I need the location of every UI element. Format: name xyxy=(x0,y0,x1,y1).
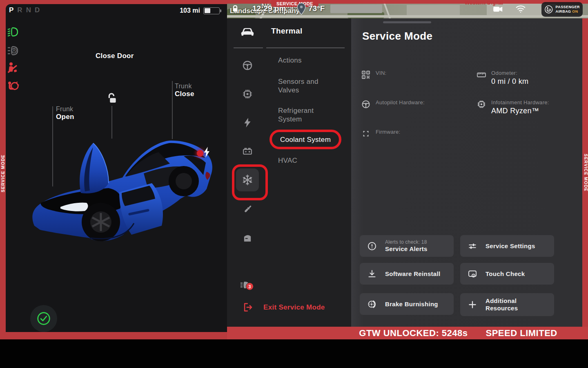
thermal-category-icon[interactable] xyxy=(236,168,259,191)
trunk-state[interactable]: Close xyxy=(175,90,194,98)
chip-category-icon[interactable] xyxy=(242,88,253,100)
seatbelt-warning-icon xyxy=(6,61,19,74)
airbag-person-icon xyxy=(544,4,553,15)
dock: ‹ 66 › ♪ ♫ i ‹ › xyxy=(0,339,588,368)
gtw-unlocked-text: GTW UNLOCKED: 5248s xyxy=(359,328,468,339)
service-mode-panel: Service Mode VIN: Odometer: 0 mi / 0 km … xyxy=(351,18,582,327)
odometer-value: 0 mi / 0 km xyxy=(491,77,528,86)
gear-d[interactable]: D xyxy=(35,6,40,14)
autopilot-field: Autopilot Hardware: xyxy=(361,99,425,109)
chip-icon xyxy=(477,99,486,109)
plus-icon xyxy=(468,300,477,310)
charge-flash-icon xyxy=(203,146,211,158)
gear-r[interactable]: R xyxy=(17,6,23,14)
outside-temperature: 73°F xyxy=(308,4,325,13)
exit-label[interactable]: Exit Service Mode xyxy=(263,303,325,312)
firmware-field: Firmware: xyxy=(361,129,400,139)
infotainment-label: Infotainment Hardware: xyxy=(491,99,549,105)
service-mode-left-edge-label: SERVICE MODE xyxy=(0,155,5,192)
speed-limited-text: SPEED LIMITED xyxy=(486,328,557,339)
dashcam-icon[interactable] xyxy=(493,6,503,12)
service-alerts-label: Service Alerts xyxy=(385,245,428,253)
map-pin-icon xyxy=(296,2,306,15)
alerts-badge: 3 xyxy=(246,283,254,290)
brake-burnishing-button[interactable]: Brake Burnishing xyxy=(360,293,454,315)
additional-resources-button[interactable]: Additional Resources xyxy=(460,293,554,316)
menu-title: Thermal xyxy=(271,27,303,36)
unlocked-padlock-icon xyxy=(105,92,118,105)
exit-service-mode-button[interactable]: Exit Service Mode xyxy=(243,302,325,313)
frunk-state[interactable]: Open xyxy=(56,113,74,121)
menu-item-refrigerant-system[interactable]: Refrigerant System xyxy=(278,106,327,123)
vin-field: VIN: xyxy=(361,70,386,80)
gear-p[interactable]: P xyxy=(9,6,14,14)
trunk-leader-line xyxy=(172,81,173,139)
touch-icon xyxy=(468,269,477,279)
vehicle-status-panel: PRND 103 mi A Close Door Frunk Open xyxy=(6,4,227,332)
service-menu-panel: Thermal 3 Actions Sensors and Valves xyxy=(227,18,351,327)
infotainment-value: AMD Ryzen™ xyxy=(491,107,549,115)
gear-indicator[interactable]: PRND xyxy=(9,6,43,14)
infotainment-field: Infotainment Hardware: AMD Ryzen™ xyxy=(477,99,549,115)
gateway-banner: GTW UNLOCKED: 5248s SPEED LIMITED xyxy=(227,327,588,339)
lowbeam-headlight-icon xyxy=(6,25,19,38)
airbag-status: ON xyxy=(572,9,578,13)
steering-wheel-icon xyxy=(361,99,371,109)
software-reinstall-button[interactable]: Software Reinstall xyxy=(360,263,454,285)
vehicle-ok-indicator[interactable] xyxy=(30,305,57,332)
trunk-name: Trunk xyxy=(175,83,194,90)
download-icon xyxy=(367,269,377,279)
odometer-label: Odometer: xyxy=(491,70,528,76)
airbag-word: AIRBAG xyxy=(556,9,571,13)
gear-n[interactable]: N xyxy=(26,6,32,14)
icon-column-divider xyxy=(234,47,263,48)
clock: 12:29 pm xyxy=(252,4,286,13)
battery-range: 103 mi xyxy=(180,7,220,14)
steering-category-icon[interactable] xyxy=(242,60,253,71)
service-mode-title: Service Mode xyxy=(362,30,432,43)
software-reinstall-label: Software Reinstall xyxy=(385,270,440,278)
firmware-icon xyxy=(361,129,371,139)
touch-check-label: Touch Check xyxy=(486,270,525,278)
menu-divider xyxy=(266,47,345,48)
touch-check-button[interactable]: Touch Check xyxy=(460,263,554,285)
range-value: 103 mi xyxy=(180,7,200,14)
additional-resources-label: Additional Resources xyxy=(486,297,528,312)
service-alerts-button[interactable]: Alerts to check: 18 Service Alerts xyxy=(360,235,454,257)
ruler-icon xyxy=(477,70,486,80)
autopilot-label: Autopilot Hardware: xyxy=(376,99,425,105)
menu-item-sensors-valves[interactable]: Sensors and Valves xyxy=(278,77,329,94)
battery-category-icon[interactable] xyxy=(242,146,253,157)
brake-disc-icon xyxy=(367,299,377,309)
trunk-label[interactable]: Trunk Close xyxy=(175,83,194,98)
menu-item-coolant-system[interactable]: Coolant System xyxy=(280,135,331,144)
check-circle-icon xyxy=(36,311,51,326)
odometer-field: Odometer: 0 mi / 0 km xyxy=(477,70,528,86)
menu-item-actions[interactable]: Actions xyxy=(278,56,339,65)
frunk-label[interactable]: Frunk Open xyxy=(56,105,74,121)
svg-text:A: A xyxy=(13,48,16,53)
auto-highbeam-icon: A xyxy=(6,44,19,57)
menu-item-hvac[interactable]: HVAC xyxy=(278,156,339,165)
drag-handle[interactable] xyxy=(383,21,431,23)
brake-burnishing-label: Brake Burnishing xyxy=(385,301,438,308)
exit-icon xyxy=(243,302,254,313)
vehicle-render xyxy=(29,131,216,249)
wifi-icon[interactable] xyxy=(515,4,526,13)
map-road xyxy=(227,15,588,18)
service-settings-label: Service Settings xyxy=(486,242,535,250)
service-settings-button[interactable]: Service Settings xyxy=(460,235,554,257)
airbag-line1: PASSENGER xyxy=(556,5,580,9)
map-strip[interactable]: Western Digital New Image SERVICE MODE L… xyxy=(227,0,588,18)
service-mode-right-edge-label: SERVICE MODE xyxy=(584,154,588,191)
car-category-icon[interactable] xyxy=(239,27,256,37)
sliders-icon xyxy=(468,241,477,251)
tools-category-icon[interactable] xyxy=(242,204,253,215)
high-voltage-category-icon[interactable] xyxy=(242,117,253,128)
alerts-to-check: Alerts to check: 18 xyxy=(385,239,428,245)
coolant-highlight-annotation: Coolant System xyxy=(270,130,341,149)
redacted-map-label xyxy=(330,4,382,13)
firmware-label: Firmware: xyxy=(376,129,400,135)
closures-category-icon[interactable] xyxy=(242,232,253,244)
close-door-label[interactable]: Close Door xyxy=(96,52,134,60)
